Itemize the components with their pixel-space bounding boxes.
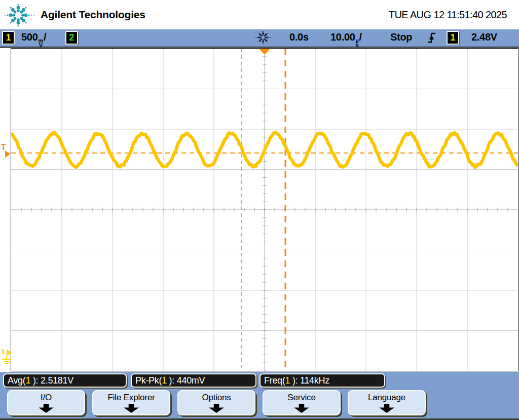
trigger-level-marker-icon: T (1, 142, 12, 160)
bottom-panel: Avg(1 ): 2.5181V Pk-Pk(1 ): 440mV Freq(1… (0, 372, 519, 420)
trigger-level-readout: 2.48V (471, 31, 497, 43)
softkey-file-explorer-label: File Explorer (93, 393, 169, 403)
trigger-source-number: 1 (450, 32, 455, 43)
waveform-plot (11, 49, 518, 371)
ground-channel-number: 1 (1, 347, 5, 356)
softkey-language-label: Language (349, 393, 425, 403)
trigger-time-marker-icon (260, 49, 270, 55)
softkey-options[interactable]: Options (177, 390, 255, 415)
header-bar: Agilent Technologies TUE AUG 12 11:51:40… (0, 0, 519, 29)
timebase-readout: 10.00µs/ (330, 31, 362, 48)
menu-down-arrow-icon (378, 404, 396, 413)
oscilloscope-screen: Agilent Technologies TUE AUG 12 11:51:40… (0, 0, 519, 420)
graticule (11, 48, 518, 371)
trigger-edge-rising-icon (427, 31, 436, 45)
measurement-avg: Avg(1 ): 2.5181V (3, 373, 127, 388)
measurement-freq: Freq(1 ): 114kHz (260, 373, 385, 388)
ground-reference-marker-icon: 1 (0, 346, 13, 367)
trigger-delay-readout: 0.0s (289, 31, 309, 43)
trigger-level-label: T (1, 143, 6, 151)
softkey-language[interactable]: Language (348, 390, 426, 415)
channel-2-badge: 2 (65, 31, 78, 45)
channel-1-badge: 1 (2, 31, 15, 45)
menu-down-arrow-icon (292, 404, 311, 413)
softkey-service[interactable]: Service (263, 390, 341, 415)
scope-display-area: T 1 (0, 48, 519, 372)
channel-1-scale: 500mV/ (21, 31, 46, 48)
brand-title: Agilent Technologies (41, 9, 145, 21)
trigger-source-badge: 1 (447, 31, 459, 45)
acquisition-state: Stop (390, 31, 412, 43)
softkey-io-label: I/O (8, 393, 84, 403)
softkey-file-explorer[interactable]: File Explorer (92, 390, 170, 415)
clock-datetime: TUE AUG 12 11:51:40 2025 (389, 9, 507, 21)
menu-down-arrow-icon (207, 404, 226, 413)
menu-down-arrow-icon (122, 404, 140, 413)
channel-2-number: 2 (69, 32, 74, 43)
status-bar: 1 500mV/ 2 0.0s 10.00µs/ Stop 1 2.48V (0, 29, 519, 48)
agilent-logo-icon (3, 1, 35, 29)
menu-down-arrow-icon (37, 404, 55, 413)
softkey-options-label: Options (178, 393, 254, 403)
busy-spinner-icon (254, 30, 272, 46)
softkey-io[interactable]: I/O (7, 390, 85, 415)
softkey-service-label: Service (264, 393, 340, 403)
channel-1-number: 1 (6, 32, 11, 43)
measurement-pkpk: Pk-Pk(1 ): 440mV (131, 373, 256, 388)
